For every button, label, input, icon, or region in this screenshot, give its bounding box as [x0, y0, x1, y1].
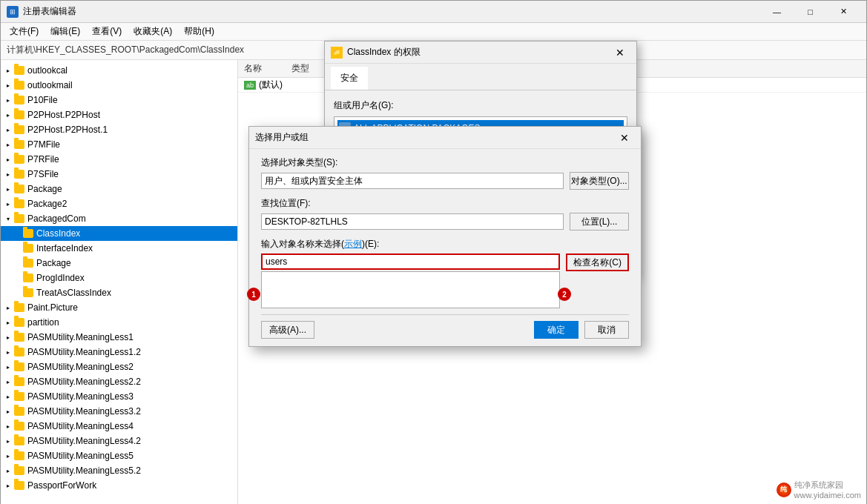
- location-button[interactable]: 位置(L)...: [570, 213, 629, 231]
- users-input[interactable]: [261, 253, 560, 270]
- tree-item[interactable]: ▸PASMUtility.MeaningLess3: [1, 389, 237, 404]
- tree-item[interactable]: TreatAsClassIndex: [1, 285, 237, 300]
- folder-icon: [14, 66, 24, 75]
- expand-arrow-icon: ▸: [4, 392, 13, 401]
- folder-icon: [23, 244, 33, 253]
- tree-item[interactable]: ProgIdIndex: [1, 271, 237, 285]
- watermark-icon: 纯: [777, 483, 791, 497]
- menu-favorites[interactable]: 收藏夹(A): [128, 24, 178, 39]
- tab-security[interactable]: 安全: [331, 67, 368, 90]
- menu-file[interactable]: 文件(F): [4, 24, 44, 39]
- folder-icon: [14, 214, 24, 223]
- folder-icon: [14, 303, 24, 312]
- examples-link[interactable]: 示例: [344, 239, 362, 249]
- folder-icon: [14, 170, 24, 179]
- tree-item[interactable]: InterfaceIndex: [1, 241, 237, 256]
- folder-icon: [14, 110, 24, 119]
- expand-arrow-icon: ▸: [4, 125, 13, 134]
- tree-item[interactable]: ▸Package: [1, 182, 237, 196]
- tree-item[interactable]: ▸P2PHost.P2PHost: [1, 107, 237, 122]
- expand-arrow-icon: ▾: [4, 214, 13, 223]
- users-input-container: [261, 253, 560, 308]
- close-button[interactable]: ✕: [827, 1, 860, 23]
- minimize-button[interactable]: —: [760, 1, 794, 23]
- expand-arrow-icon: ▸: [4, 348, 13, 357]
- tree-item-label: outlookcal: [27, 65, 67, 76]
- folder-icon: [14, 451, 24, 460]
- tree-item[interactable]: ▸PASMUtility.MeaningLess3.2: [1, 404, 237, 419]
- expand-arrow-icon: ▸: [4, 303, 13, 312]
- menu-bar: 文件(F) 编辑(E) 查看(V) 收藏夹(A) 帮助(H): [1, 23, 866, 41]
- app-icon: ⊞: [7, 6, 19, 18]
- menu-view[interactable]: 查看(V): [86, 24, 128, 39]
- tree-item[interactable]: ▸Package2: [1, 196, 237, 211]
- tree-item[interactable]: ▸PASMUtility.MeaningLess1.2: [1, 345, 237, 359]
- select-user-cancel-btn[interactable]: 取消: [584, 321, 629, 339]
- menu-help[interactable]: 帮助(H): [178, 24, 220, 39]
- tree-item[interactable]: ▸PASMUtility.MeaningLess2.2: [1, 374, 237, 389]
- expand-arrow-icon: ▸: [4, 451, 13, 460]
- tree-item[interactable]: ▸outlookmail: [1, 78, 237, 93]
- tree-item[interactable]: ▸PassportForWork: [1, 478, 237, 493]
- tree-item-label: Package: [27, 184, 62, 194]
- tree-item-label: partition: [27, 317, 59, 328]
- folder-icon: [14, 422, 24, 431]
- expand-arrow-icon: ▸: [4, 407, 13, 416]
- classindex-dialog-tabs: 安全: [325, 64, 636, 90]
- expand-arrow-icon: ▸: [4, 140, 13, 149]
- check-name-button[interactable]: 检查名称(C): [566, 253, 629, 271]
- object-type-input[interactable]: [261, 173, 564, 189]
- tree-item-label: P2PHost.P2PHost: [27, 110, 100, 120]
- object-name-textarea[interactable]: [261, 271, 560, 308]
- tree-item-label: ClassIndex: [36, 228, 80, 239]
- location-label: 查找位置(F):: [261, 197, 629, 210]
- tree-item[interactable]: ▸partition: [1, 315, 237, 330]
- tree-item[interactable]: ▸P2PHost.P2PHost.1: [1, 122, 237, 137]
- expand-arrow-icon: [13, 273, 22, 282]
- location-input[interactable]: [261, 213, 564, 230]
- select-user-dialog: 选择用户或组 ✕ 选择此对象类型(S): 对象类型(O)... 查找位置(F):…: [248, 126, 642, 347]
- tree-item[interactable]: ▸PASMUtility.MeaningLess2: [1, 359, 237, 374]
- expand-arrow-icon: ▸: [4, 110, 13, 119]
- folder-icon: [23, 229, 33, 238]
- tree-item[interactable]: ▸outlookcal: [1, 63, 237, 78]
- tree-item[interactable]: ▾PackagedCom: [1, 211, 237, 226]
- tree-item[interactable]: ClassIndex: [1, 226, 237, 241]
- tree-item-label: P10File: [27, 95, 58, 105]
- tree-panel[interactable]: ▸outlookcal▸outlookmail▸P10File▸P2PHost.…: [1, 60, 238, 504]
- folder-icon: [14, 348, 24, 357]
- expand-arrow-icon: ▸: [4, 318, 13, 327]
- object-type-button[interactable]: 对象类型(O)...: [570, 172, 629, 190]
- tree-item[interactable]: Package: [1, 256, 237, 271]
- tree-item[interactable]: ▸P7MFile: [1, 137, 237, 152]
- tree-item[interactable]: ▸P7RFile: [1, 152, 237, 167]
- tree-item-label: PassportForWork: [27, 480, 96, 491]
- menu-edit[interactable]: 编辑(E): [44, 24, 86, 39]
- tree-item[interactable]: ▸PASMUtility.MeaningLess5: [1, 448, 237, 463]
- tree-item[interactable]: ▸Paint.Picture: [1, 300, 237, 315]
- tree-item[interactable]: ▸PASMUtility.MeaningLess5.2: [1, 463, 237, 478]
- object-type-row: 对象类型(O)...: [261, 172, 629, 190]
- folder-icon: [14, 466, 24, 475]
- tree-item-label: PASMUtility.MeaningLess3: [27, 391, 133, 402]
- folder-icon: [23, 273, 33, 282]
- tree-item[interactable]: ▸PASMUtility.MeaningLess4.2: [1, 434, 237, 448]
- tree-item[interactable]: ▸PASMUtility.MeaningLess1: [1, 330, 237, 345]
- tree-item-label: P7SFile: [27, 169, 59, 179]
- tree-item[interactable]: ▸P10File: [1, 93, 237, 107]
- classindex-dialog-close[interactable]: ✕: [610, 44, 630, 62]
- folder-icon: [14, 185, 24, 193]
- select-user-title: 选择用户或组: [255, 131, 614, 144]
- select-user-ok-btn[interactable]: 确定: [534, 321, 578, 339]
- tree-item-label: P2PHost.P2PHost.1: [27, 125, 108, 135]
- maximize-button[interactable]: □: [794, 1, 827, 23]
- tree-item[interactable]: ▸P7SFile: [1, 167, 237, 182]
- tree-item[interactable]: ▸PASMUtility.MeaningLess4: [1, 419, 237, 434]
- folder-icon: [14, 392, 24, 401]
- folder-icon: [14, 96, 24, 105]
- advanced-button[interactable]: 高级(A)...: [261, 321, 314, 339]
- tree-item-label: PASMUtility.MeaningLess1: [27, 332, 133, 342]
- select-user-close[interactable]: ✕: [614, 129, 635, 147]
- folder-icon: [14, 437, 24, 445]
- folder-icon: [23, 288, 33, 297]
